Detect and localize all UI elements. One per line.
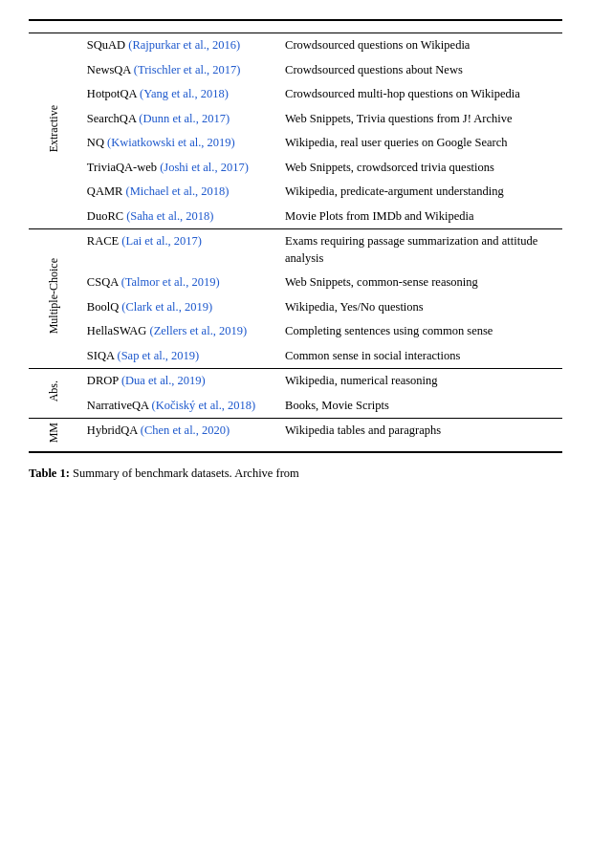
dataset-citation: (Dunn et al., 2017) [139,112,230,125]
dataset-name: SearchQA [87,112,140,125]
dataset-cell: SIQA (Sap et al., 2019) [79,344,277,369]
characteristics-cell: Wikipedia, Yes/No questions [277,295,562,320]
dataset-name: NarrativeQA [87,399,152,412]
dataset-name: HybridQA [87,423,141,437]
dataset-header [79,20,277,33]
dataset-cell: HellaSWAG (Zellers et al., 2019) [79,319,277,344]
dataset-name: NewsQA [87,63,134,76]
category-header [29,20,79,33]
category-cell-abs: Abs. [29,369,79,419]
dataset-citation: (Zellers et al., 2019) [149,324,247,337]
caption-text: Summary of benchmark datasets. Archive f… [73,467,299,480]
dataset-citation: (Clark et al., 2019) [121,300,212,314]
dataset-name: HotpotQA [87,87,140,100]
characteristics-cell: Common sense in social interactions [277,344,562,369]
dataset-name: DuoRC [87,209,126,223]
characteristics-cell: Wikipedia tables and paragraphs [277,419,562,453]
dataset-citation: (Rajpurkar et al., 2016) [128,38,240,52]
category-cell-mm: MM [29,419,79,453]
dataset-citation: (Trischler et al., 2017) [134,63,241,76]
dataset-name: CSQA [87,275,121,289]
characteristics-cell: Web Snippets, common-sense reasoning [277,271,562,295]
dataset-cell: CSQA (Talmor et al., 2019) [79,271,277,295]
dataset-cell: DuoRC (Saha et al., 2018) [79,205,277,229]
characteristics-cell: Crowdsourced questions on Wikipedia [277,33,562,58]
dataset-name: BoolQ [87,300,121,314]
dataset-name: HellaSWAG [87,324,150,337]
dataset-cell: SearchQA (Dunn et al., 2017) [79,107,277,132]
dataset-cell: BoolQ (Clark et al., 2019) [79,295,277,320]
dataset-citation: (Sap et al., 2019) [117,349,199,362]
dataset-name: QAMR [87,184,126,198]
table-caption: Table 1: Summary of benchmark datasets. … [29,465,562,483]
dataset-citation: (Joshi et al., 2017) [160,161,249,174]
caption-label: Table 1: [29,467,70,480]
dataset-citation: (Lai et al., 2017) [121,234,202,248]
archive-from-text: Archive from [234,467,299,480]
characteristics-cell: Web Snippets, Trivia questions from J! A… [277,107,562,132]
characteristics-cell: Crowdsourced multi-hop questions on Wiki… [277,82,562,107]
dataset-name: TriviaQA-web [87,161,160,174]
dataset-name: SQuAD [87,38,128,52]
dataset-name: RACE [87,234,121,248]
dataset-cell: HotpotQA (Yang et al., 2018) [79,82,277,107]
dataset-cell: NQ (Kwiatkowski et al., 2019) [79,131,277,156]
characteristics-cell: Wikipedia, predicate-argument understand… [277,180,562,205]
dataset-name: NQ [87,136,107,149]
dataset-name: SIQA [87,349,118,362]
dataset-cell: NewsQA (Trischler et al., 2017) [79,58,277,83]
dataset-cell: DROP (Dua et al., 2019) [79,369,277,394]
dataset-cell: NarrativeQA (Kočiský et al., 2018) [79,394,277,419]
dataset-cell: SQuAD (Rajpurkar et al., 2016) [79,33,277,58]
characteristics-cell: Wikipedia, real user queries on Google S… [277,131,562,156]
characteristics-cell: Books, Movie Scripts [277,394,562,419]
dataset-citation: (Kočiský et al., 2018) [152,399,256,412]
dataset-name: DROP [87,374,121,387]
characteristics-cell: Completing sentences using common sense [277,319,562,344]
characteristics-cell: Crowdsourced questions about News [277,58,562,83]
dataset-citation: (Michael et al., 2018) [126,184,230,198]
dataset-cell: HybridQA (Chen et al., 2020) [79,419,277,453]
characteristics-cell: Movie Plots from IMDb and Wikipedia [277,205,562,229]
dataset-citation: (Yang et al., 2018) [140,87,229,100]
characteristics-cell: Exams requiring passage summarization an… [277,229,562,271]
dataset-citation: (Talmor et al., 2019) [121,275,220,289]
dataset-cell: RACE (Lai et al., 2017) [79,229,277,271]
category-cell-extractive: Extractive [29,33,79,229]
dataset-citation: (Kwiatkowski et al., 2019) [107,136,235,149]
dataset-cell: QAMR (Michael et al., 2018) [79,180,277,205]
dataset-citation: (Chen et al., 2020) [141,423,230,437]
characteristics-cell: Wikipedia, numerical reasoning [277,369,562,394]
dataset-citation: (Dua et al., 2019) [121,374,206,387]
characteristics-header [277,20,562,33]
category-cell-multiplechoice: Multiple-Choice [29,229,79,369]
characteristics-cell: Web Snippets, crowdsorced trivia questio… [277,156,562,181]
dataset-citation: (Saha et al., 2018) [126,209,213,223]
dataset-cell: TriviaQA-web (Joshi et al., 2017) [79,156,277,181]
